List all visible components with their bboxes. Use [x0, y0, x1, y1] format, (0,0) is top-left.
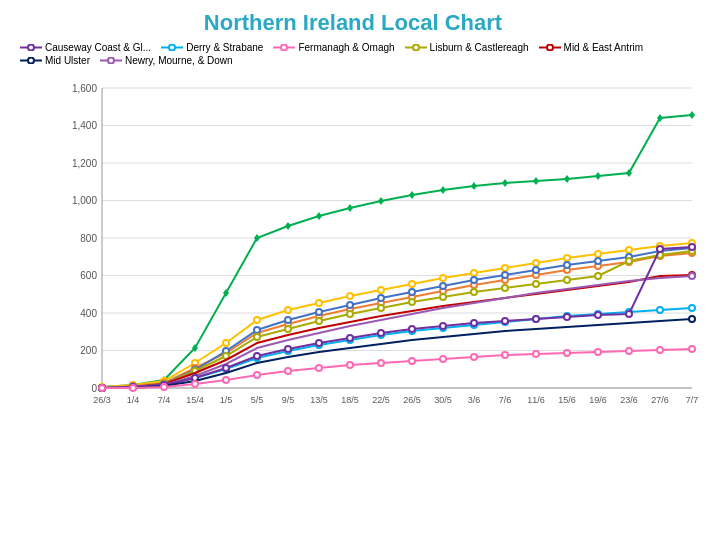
svg-point-159: [564, 277, 570, 283]
antrim-markers: [99, 245, 695, 391]
svg-point-92: [347, 293, 353, 299]
svg-point-223: [502, 352, 508, 358]
svg-point-210: [99, 385, 105, 391]
svg-point-200: [471, 320, 477, 326]
lisburn-markers: [99, 248, 695, 391]
svg-text:18/5: 18/5: [341, 395, 359, 405]
svg-point-205: [626, 311, 632, 317]
svg-text:7/4: 7/4: [158, 395, 171, 405]
svg-point-202: [533, 316, 539, 322]
svg-point-21: [28, 58, 34, 64]
svg-text:1,600: 1,600: [72, 83, 97, 94]
svg-text:3/6: 3/6: [468, 395, 481, 405]
svg-marker-76: [471, 182, 477, 190]
svg-point-135: [440, 283, 446, 289]
svg-point-222: [471, 354, 477, 360]
svg-text:9/5: 9/5: [282, 395, 295, 405]
svg-point-229: [689, 346, 695, 352]
svg-text:15/4: 15/4: [186, 395, 204, 405]
svg-text:11/6: 11/6: [527, 395, 545, 405]
svg-marker-74: [409, 191, 415, 199]
svg-point-158: [533, 281, 539, 287]
svg-point-98: [533, 260, 539, 266]
svg-marker-70: [285, 222, 291, 230]
svg-point-211: [130, 385, 136, 391]
svg-point-197: [378, 330, 384, 336]
svg-text:200: 200: [80, 345, 97, 356]
svg-point-224: [533, 351, 539, 357]
svg-point-218: [347, 362, 353, 368]
svg-text:13/5: 13/5: [310, 395, 328, 405]
svg-point-96: [471, 270, 477, 276]
svg-text:0: 0: [91, 383, 97, 394]
svg-marker-75: [440, 186, 446, 194]
svg-point-23: [108, 58, 114, 64]
svg-point-151: [316, 318, 322, 324]
svg-point-101: [626, 247, 632, 253]
svg-point-209: [689, 316, 695, 322]
svg-point-89: [254, 317, 260, 323]
svg-point-131: [316, 309, 322, 315]
svg-point-203: [564, 314, 570, 320]
belfast-markers: [99, 111, 695, 391]
antrim-line: [102, 248, 692, 388]
main-svg-chart: 1,600 1,400 1,200 1,000 800 600 400 200 …: [52, 68, 706, 428]
svg-point-194: [285, 346, 291, 352]
svg-text:1,000: 1,000: [72, 195, 97, 206]
svg-text:400: 400: [80, 308, 97, 319]
svg-text:19/6: 19/6: [589, 395, 607, 405]
svg-text:30/5: 30/5: [434, 395, 452, 405]
svg-point-215: [254, 372, 260, 378]
svg-point-99: [564, 255, 570, 261]
svg-text:5/5: 5/5: [251, 395, 264, 405]
legend-lisburn: Lisburn & Castlereagh: [405, 42, 529, 53]
svg-point-221: [440, 356, 446, 362]
svg-text:1,200: 1,200: [72, 158, 97, 169]
ards-markers: [99, 250, 695, 391]
svg-point-140: [595, 258, 601, 264]
svg-point-195: [316, 340, 322, 346]
svg-point-213: [192, 381, 198, 387]
svg-point-130: [285, 317, 291, 323]
svg-point-228: [657, 347, 663, 353]
svg-text:1,400: 1,400: [72, 120, 97, 131]
svg-point-17: [413, 45, 419, 51]
legend-midulster: Mid Ulster: [20, 55, 90, 66]
svg-point-149: [254, 334, 260, 340]
svg-point-93: [378, 287, 384, 293]
svg-point-132: [347, 302, 353, 308]
svg-point-152: [347, 311, 353, 317]
svg-point-134: [409, 289, 415, 295]
svg-point-196: [347, 335, 353, 341]
lisburn-line: [102, 251, 692, 388]
legend-causeway2: Causeway Coast & Gl...: [20, 42, 151, 53]
svg-point-199: [440, 323, 446, 329]
svg-point-94: [409, 281, 415, 287]
svg-point-187: [689, 273, 695, 279]
svg-point-217: [316, 365, 322, 371]
svg-point-204: [595, 312, 601, 318]
svg-point-212: [161, 384, 167, 390]
svg-marker-79: [564, 175, 570, 183]
svg-point-185: [689, 305, 695, 311]
svg-point-13: [169, 45, 175, 51]
svg-point-150: [285, 326, 291, 332]
svg-marker-83: [689, 111, 695, 119]
svg-point-129: [254, 327, 260, 333]
svg-point-214: [223, 377, 229, 383]
svg-point-157: [502, 285, 508, 291]
svg-marker-77: [502, 179, 508, 187]
legend-derry: Derry & Strabane: [161, 42, 263, 53]
svg-point-137: [502, 272, 508, 278]
svg-point-91: [316, 300, 322, 306]
svg-text:15/6: 15/6: [558, 395, 576, 405]
legend-row2: Causeway Coast & Gl... Derry & Strabane …: [10, 42, 696, 66]
legend-fermanagh: Fermanagh & Omagh: [273, 42, 394, 53]
svg-point-219: [378, 360, 384, 366]
svg-point-156: [471, 289, 477, 295]
svg-point-227: [626, 348, 632, 354]
svg-point-225: [564, 350, 570, 356]
svg-point-192: [223, 365, 229, 371]
svg-text:7/7: 7/7: [686, 395, 699, 405]
svg-text:1/4: 1/4: [127, 395, 140, 405]
